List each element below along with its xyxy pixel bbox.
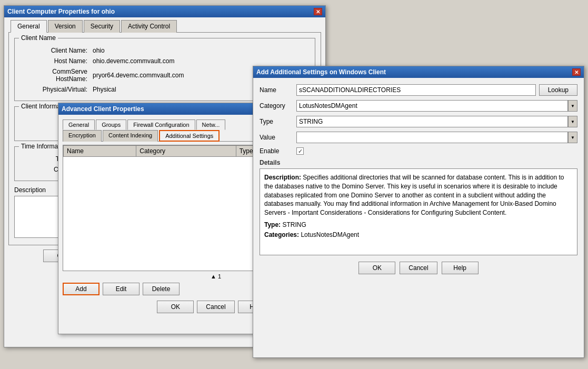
type-row: Type STRING ▼ xyxy=(260,116,577,127)
add-button[interactable]: Add xyxy=(63,283,99,295)
type-value: STRING xyxy=(299,118,323,125)
add-settings-window: Add Additional Settings on Windows Clien… xyxy=(253,66,584,358)
main-tab-bar: General Version Security Activity Contro… xyxy=(8,19,321,32)
lookup-button[interactable]: Lookup xyxy=(539,84,577,96)
tab-security[interactable]: Security xyxy=(84,20,120,33)
adv-tab-netw[interactable]: Netw... xyxy=(196,119,226,130)
adv-ok-button[interactable]: OK xyxy=(157,301,194,313)
add-settings-cancel-button[interactable]: Cancel xyxy=(400,262,437,274)
adv-tab-content-indexing[interactable]: Content Indexing xyxy=(103,130,158,142)
col-name: Name xyxy=(64,146,136,157)
type-text: STRING xyxy=(282,221,306,228)
main-close-btn[interactable]: ✕ xyxy=(314,8,322,15)
type-select-container: STRING ▼ xyxy=(296,116,577,127)
value-dropdown-arrow[interactable]: ▼ xyxy=(568,132,577,143)
enable-row: Enable xyxy=(260,147,577,155)
add-settings-titlebar: Add Additional Settings on Windows Clien… xyxy=(253,66,584,78)
adv-tab-additional-settings[interactable]: Additional Settings xyxy=(159,130,220,142)
client-name-label: Client Name xyxy=(19,34,58,42)
adv-tab-groups[interactable]: Groups xyxy=(96,119,126,130)
value-field[interactable] xyxy=(296,132,568,143)
value-label: Value xyxy=(260,134,296,141)
value-input-container: ▼ xyxy=(296,132,577,143)
client-name-row: Client Name: ohio xyxy=(19,47,311,54)
add-settings-close-btn[interactable]: ✕ xyxy=(572,68,581,76)
host-name-value: ohio.devemc.commvault.com xyxy=(93,57,174,65)
commserve-host-label: CommServe HostName: xyxy=(19,68,87,83)
category-row: Category LotusNotesDMAgent ▼ xyxy=(260,100,577,112)
details-type: Type: STRING xyxy=(264,221,573,230)
adv-tab-firewall[interactable]: Firewall Configuration xyxy=(127,119,195,130)
adv-tab-general[interactable]: General xyxy=(63,119,95,130)
enable-checkbox[interactable] xyxy=(296,147,304,155)
advanced-title: Advanced Client Properties xyxy=(62,105,144,113)
tab-version[interactable]: Version xyxy=(48,20,83,33)
type-bold: Type: xyxy=(264,221,281,228)
client-name-value: ohio xyxy=(93,47,105,54)
commserve-host-value: pryor64.devemc.commvault.com xyxy=(93,72,184,79)
client-name-field-label: Client Name: xyxy=(19,47,87,54)
host-name-row: Host Name: ohio.devemc.commvault.com xyxy=(19,57,311,65)
physical-virtual-label: Physical/Virtual: xyxy=(19,86,87,93)
details-categories: Categories: LotusNotesDMAgent xyxy=(264,231,573,240)
tab-general[interactable]: General xyxy=(11,20,47,33)
adv-cancel-button[interactable]: Cancel xyxy=(197,301,234,313)
details-section-label: Details xyxy=(260,159,577,166)
category-value: LotusNotesDMAgent xyxy=(299,102,357,109)
add-settings-ok-button[interactable]: OK xyxy=(358,262,395,274)
categories-text: LotusNotesDMAgent xyxy=(301,231,359,238)
category-label: Category xyxy=(260,102,296,109)
host-name-field-label: Host Name: xyxy=(19,57,87,65)
name-row: Name Lookup xyxy=(260,84,577,96)
tab-activity-control[interactable]: Activity Control xyxy=(121,20,177,33)
main-title: Client Computer Properties for ohio xyxy=(7,8,115,15)
add-settings-bottom-buttons: OK Cancel Help xyxy=(260,262,577,274)
add-settings-title: Add Additional Settings on Windows Clien… xyxy=(256,68,386,76)
type-dropdown-arrow[interactable]: ▼ xyxy=(568,116,577,127)
adv-tab-encryption[interactable]: Encryption xyxy=(63,130,102,142)
name-label: Name xyxy=(260,86,296,94)
name-input[interactable] xyxy=(296,84,536,96)
col-category: Category xyxy=(136,146,236,157)
add-settings-content: Name Lookup Category LotusNotesDMAgent ▼… xyxy=(253,78,584,281)
details-description: Description: Specifies additional direct… xyxy=(264,173,573,217)
details-box: Description: Specifies additional direct… xyxy=(260,168,577,255)
add-settings-help-button[interactable]: Help xyxy=(442,262,479,274)
value-row: Value ▼ xyxy=(260,132,577,143)
physical-virtual-value: Physical xyxy=(93,86,116,93)
type-label: Type xyxy=(260,118,296,125)
categories-bold: Categories: xyxy=(264,231,299,238)
type-field[interactable]: STRING xyxy=(296,116,568,127)
category-field[interactable]: LotusNotesDMAgent xyxy=(296,100,568,112)
desc-bold1: Description: xyxy=(264,174,301,181)
category-dropdown-arrow[interactable]: ▼ xyxy=(568,100,577,112)
delete-button[interactable]: Delete xyxy=(143,283,180,295)
enable-label: Enable xyxy=(260,147,296,155)
category-select-container: LotusNotesDMAgent ▼ xyxy=(296,100,577,112)
main-titlebar: Client Computer Properties for ohio ✕ xyxy=(4,6,325,17)
desc-text1: Specifies additional directories that wi… xyxy=(264,174,564,216)
edit-button[interactable]: Edit xyxy=(103,283,139,295)
